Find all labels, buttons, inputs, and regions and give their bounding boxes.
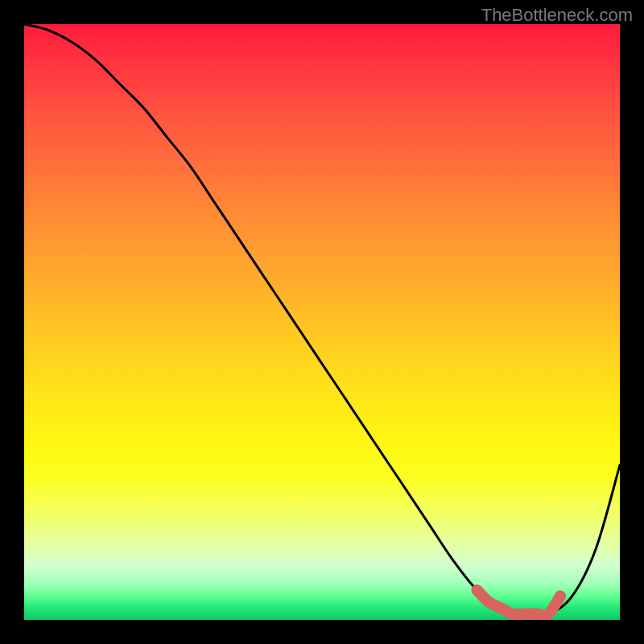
plot-area — [24, 24, 620, 620]
watermark-text: TheBottleneck.com — [481, 5, 633, 26]
bottleneck-curve-line — [24, 24, 620, 616]
highlight-curve-line — [477, 590, 560, 615]
chart-svg — [24, 24, 620, 620]
